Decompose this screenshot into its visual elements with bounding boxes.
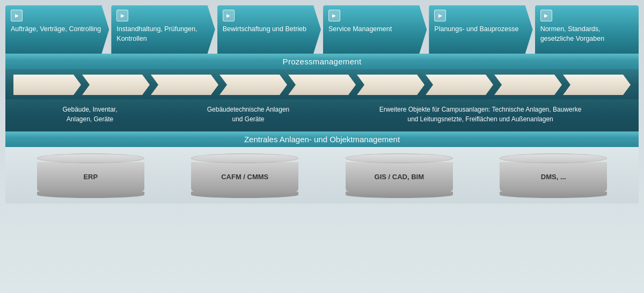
cylinder-2: CAFM / CMMS [176, 153, 314, 198]
cylinder-bottom-4 [500, 192, 607, 198]
play-icon [223, 10, 235, 21]
central-management-band: Zentrales Anlagen- und Objektmanagement [5, 131, 639, 147]
cylinder-4: DMS, ... [485, 153, 623, 198]
cylinder-top-1 [37, 153, 144, 163]
cylinder-label-2: CAFM / CMMS [217, 173, 273, 181]
main-container: Aufträge, Verträge, Controlling Instandh… [0, 0, 644, 293]
objects-col-2: Gebäudetechnische Anlagenund Geräte [174, 105, 322, 124]
cylinder-label-1: ERP [79, 173, 102, 181]
play-icon [434, 10, 446, 21]
cylinder-body-3: GIS / CAD, BIM [346, 162, 453, 192]
top-cards-row: Aufträge, Verträge, Controlling Instandh… [0, 0, 644, 54]
play-icon [540, 10, 552, 21]
cylinder-bottom-3 [346, 192, 453, 198]
cylinder-body-1: ERP [37, 162, 144, 192]
top-card-6[interactable]: Normen, Standards, gesetzliche Vorgaben [535, 5, 639, 54]
card-label: Service Management [328, 25, 392, 33]
objects-col-1: Gebäude, Inventar,Anlagen, Geräte [16, 105, 164, 124]
card-label: Planungs- und Bauprozesse [434, 25, 518, 33]
top-card-4[interactable]: Service Management [323, 5, 427, 54]
cylinder-label-3: GIS / CAD, BIM [370, 173, 428, 181]
top-card-3[interactable]: Bewirtschaftung und Betrieb [217, 5, 321, 54]
card-label: Instandhaltung, Prüfungen, Kontrollen [116, 25, 197, 42]
cylinder-bottom-1 [37, 192, 144, 198]
top-card-5[interactable]: Planungs- und Bauprozesse [429, 5, 532, 54]
objects-section: Gebäude, Inventar,Anlagen, GeräteGebäude… [5, 99, 639, 131]
cylinder-body-4: DMS, ... [500, 162, 607, 192]
cylinder-label-4: DMS, ... [537, 173, 570, 181]
databases-section: ERP CAFM / CMMS GIS / CAD, BIM DMS, ... [5, 147, 639, 203]
arrow-shape-7 [426, 75, 493, 95]
card-label: Aufträge, Verträge, Controlling [11, 25, 101, 33]
arrows-section [5, 69, 639, 99]
play-icon [11, 10, 23, 21]
arrow-shape-4 [219, 75, 287, 95]
arrow-shape-8 [494, 75, 562, 95]
cylinder-3: GIS / CAD, BIM [330, 153, 469, 198]
cylinder-top-4 [500, 153, 607, 163]
cylinder-top-3 [346, 153, 453, 163]
arrow-shape-2 [82, 75, 150, 95]
cylinder-1: ERP [21, 153, 160, 198]
card-label: Normen, Standards, gesetzliche Vorgaben [540, 25, 605, 42]
play-icon [116, 10, 128, 21]
cylinder-bottom-2 [191, 192, 298, 198]
process-management-band: Prozessmanagement [5, 54, 639, 69]
arrow-shape-1 [13, 75, 81, 95]
play-icon [328, 10, 340, 21]
arrow-shape-3 [151, 75, 218, 95]
top-card-1[interactable]: Aufträge, Verträge, Controlling [5, 5, 109, 54]
arrow-shape-5 [288, 75, 356, 95]
objects-col-3: Erweitere Objekte für Campusanlagen: Tec… [333, 105, 628, 124]
top-card-2[interactable]: Instandhaltung, Prüfungen, Kontrollen [111, 5, 215, 54]
arrow-shape-9 [563, 75, 631, 95]
arrow-shape-6 [357, 75, 425, 95]
card-label: Bewirtschaftung und Betrieb [223, 25, 306, 33]
cylinder-body-2: CAFM / CMMS [191, 162, 298, 192]
cylinder-top-2 [191, 153, 298, 163]
